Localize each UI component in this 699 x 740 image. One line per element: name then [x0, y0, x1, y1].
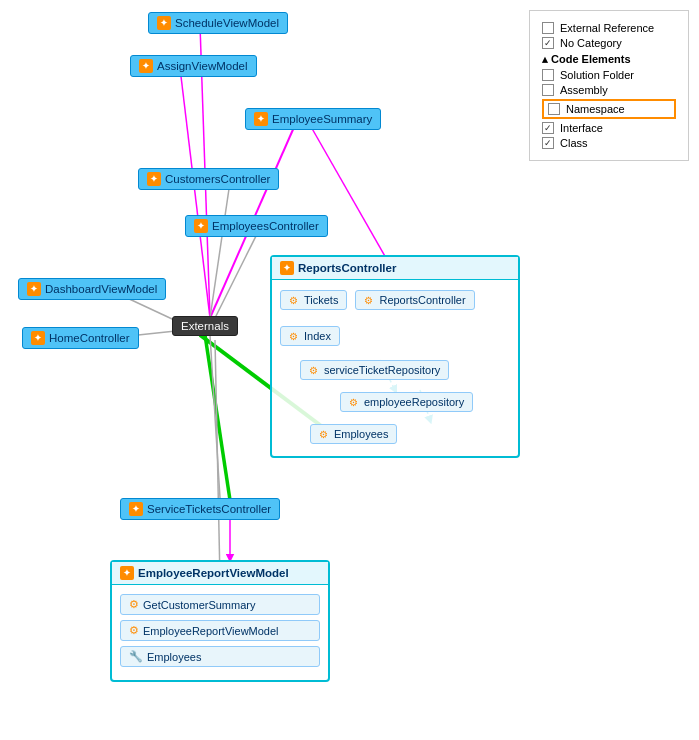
- reports-tickets-node[interactable]: Tickets: [280, 290, 347, 310]
- reports-controller-inner-label: ReportsController: [379, 294, 465, 306]
- legend-assembly[interactable]: Assembly: [542, 84, 676, 96]
- legend-solution-folder[interactable]: Solution Folder: [542, 69, 676, 81]
- svg-line-2: [180, 68, 210, 318]
- reports-controller-icon: ✦: [280, 261, 294, 275]
- employee-summary-label: EmployeeSummary: [272, 113, 372, 125]
- svg-line-4: [210, 182, 230, 318]
- legend-class[interactable]: Class: [542, 137, 676, 149]
- employee-report-vm-inner-node[interactable]: ⚙ EmployeeReportViewModel: [120, 620, 320, 641]
- reports-controller-inner-node[interactable]: ReportsController: [355, 290, 474, 310]
- employee-report-body: ⚙ GetCustomerSummary ⚙ EmployeeReportVie…: [112, 585, 328, 680]
- employee-report-icon: ✦: [120, 566, 134, 580]
- legend-no-category-label: No Category: [560, 37, 622, 49]
- legend-panel: External Reference No Category ▴ Code El…: [529, 10, 689, 161]
- dashboard-view-model-icon: ✦: [27, 282, 41, 296]
- customers-controller-node[interactable]: ✦ CustomersController: [138, 168, 279, 190]
- legend-interface-checkbox[interactable]: [542, 122, 554, 134]
- legend-solution-folder-checkbox[interactable]: [542, 69, 554, 81]
- get-customer-summary-node[interactable]: ⚙ GetCustomerSummary: [120, 594, 320, 615]
- legend-external-reference[interactable]: External Reference: [542, 22, 676, 34]
- externals-label: Externals: [181, 320, 229, 332]
- employees-controller-node[interactable]: ✦ EmployeesController: [185, 215, 328, 237]
- employee-summary-node[interactable]: ✦ EmployeeSummary: [245, 108, 381, 130]
- employee-report-container: ✦ EmployeeReportViewModel ⚙ GetCustomerS…: [110, 560, 330, 682]
- legend-external-reference-label: External Reference: [560, 22, 654, 34]
- employee-repo-node[interactable]: employeeRepository: [340, 392, 473, 412]
- legend-class-label: Class: [560, 137, 588, 149]
- get-customer-summary-label: GetCustomerSummary: [143, 599, 255, 611]
- schedule-view-model-node[interactable]: ✦ ScheduleViewModel: [148, 12, 288, 34]
- legend-no-category-checkbox[interactable]: [542, 37, 554, 49]
- service-ticket-repo-node[interactable]: serviceTicketRepository: [300, 360, 449, 380]
- svg-line-14: [215, 340, 220, 580]
- employee-report-vm-inner-label: EmployeeReportViewModel: [143, 625, 279, 637]
- svg-line-5: [215, 228, 260, 318]
- home-controller-icon: ✦: [31, 331, 45, 345]
- externals-node[interactable]: Externals: [172, 316, 238, 336]
- reports-index-label: Index: [304, 330, 331, 342]
- employee-report-employees-node[interactable]: 🔧 Employees: [120, 646, 320, 667]
- reports-employees-node[interactable]: Employees: [310, 424, 397, 444]
- dashboard-view-model-node[interactable]: ✦ DashboardViewModel: [18, 278, 166, 300]
- legend-solution-folder-label: Solution Folder: [560, 69, 634, 81]
- reports-tickets-label: Tickets: [304, 294, 338, 306]
- assign-view-model-label: AssignViewModel: [157, 60, 248, 72]
- legend-class-checkbox[interactable]: [542, 137, 554, 149]
- legend-assembly-checkbox[interactable]: [542, 84, 554, 96]
- home-controller-node[interactable]: ✦ HomeController: [22, 327, 139, 349]
- reports-controller-header[interactable]: ✦ ReportsController: [272, 257, 518, 280]
- schedule-view-model-icon: ✦: [157, 16, 171, 30]
- service-tickets-controller-node[interactable]: ✦ ServiceTicketsController: [120, 498, 280, 520]
- legend-namespace[interactable]: Namespace: [542, 99, 676, 119]
- svg-line-1: [310, 125, 390, 265]
- assign-view-model-node[interactable]: ✦ AssignViewModel: [130, 55, 257, 77]
- service-tickets-controller-icon: ✦: [129, 502, 143, 516]
- legend-namespace-checkbox[interactable]: [548, 103, 560, 115]
- reports-index-node[interactable]: Index: [280, 326, 340, 346]
- service-ticket-repo-label: serviceTicketRepository: [324, 364, 440, 376]
- employee-report-header[interactable]: ✦ EmployeeReportViewModel: [112, 562, 328, 585]
- customers-controller-label: CustomersController: [165, 173, 270, 185]
- dashboard-view-model-label: DashboardViewModel: [45, 283, 157, 295]
- employees-controller-icon: ✦: [194, 219, 208, 233]
- employee-report-employees-label: Employees: [147, 651, 201, 663]
- legend-interface[interactable]: Interface: [542, 122, 676, 134]
- canvas: ✦ ScheduleViewModel ✦ AssignViewModel ✦ …: [0, 0, 699, 740]
- employee-report-title: EmployeeReportViewModel: [138, 567, 289, 579]
- employee-repo-label: employeeRepository: [364, 396, 464, 408]
- schedule-view-model-label: ScheduleViewModel: [175, 17, 279, 29]
- home-controller-label: HomeController: [49, 332, 130, 344]
- legend-namespace-label: Namespace: [566, 103, 625, 115]
- employee-summary-icon: ✦: [254, 112, 268, 126]
- reports-employees-label: Employees: [334, 428, 388, 440]
- legend-external-reference-checkbox[interactable]: [542, 22, 554, 34]
- svg-line-9: [205, 335, 230, 500]
- legend-code-elements-section: ▴ Code Elements: [542, 53, 676, 66]
- svg-line-10: [210, 335, 220, 498]
- employees-controller-label: EmployeesController: [212, 220, 319, 232]
- reports-controller-container: ✦ ReportsController Tickets ReportsContr…: [270, 255, 520, 458]
- service-tickets-controller-label: ServiceTicketsController: [147, 503, 271, 515]
- legend-no-category[interactable]: No Category: [542, 37, 676, 49]
- customers-controller-icon: ✦: [147, 172, 161, 186]
- legend-interface-label: Interface: [560, 122, 603, 134]
- legend-assembly-label: Assembly: [560, 84, 608, 96]
- reports-controller-title: ReportsController: [298, 262, 396, 274]
- assign-view-model-icon: ✦: [139, 59, 153, 73]
